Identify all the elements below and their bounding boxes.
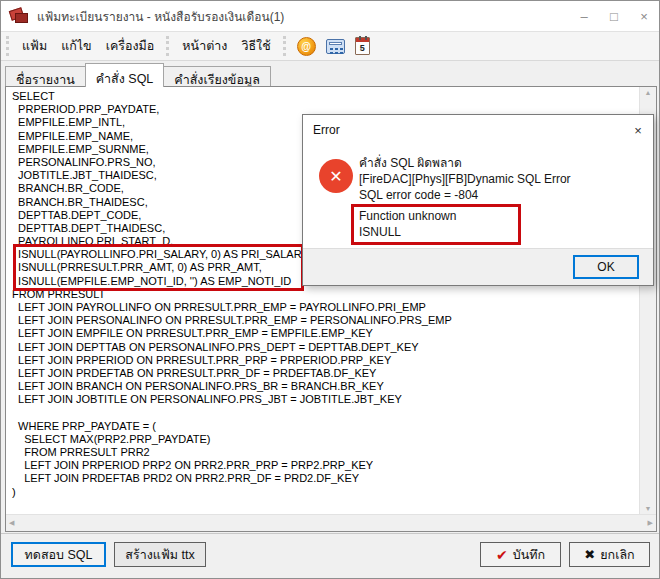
error-dialog-title: Error <box>313 123 340 137</box>
sql-line: FROM PRRESULT <box>12 288 639 301</box>
dialog-close-icon[interactable]: × <box>623 115 653 145</box>
test-sql-button[interactable]: ทดสอบ SQL <box>11 542 106 567</box>
cancel-button-label: ยกเลิก <box>600 545 634 565</box>
check-icon: ✔ <box>496 547 508 563</box>
toolbar-grip <box>6 36 9 56</box>
sql-line: LEFT JOIN BRANCH ON PERSONALINFO.PRS_BR … <box>12 380 639 393</box>
sql-line: LEFT JOIN EMPFILE ON PRRESULT.PRR_EMP = … <box>12 327 639 340</box>
toolbar-grip <box>166 36 169 56</box>
create-ttx-button[interactable]: สร้างแฟ้ม ttx <box>114 542 206 567</box>
save-button-label: บันทึก <box>513 545 545 565</box>
tab-sql-command[interactable]: คำสั่ง SQL <box>85 63 165 87</box>
menu-bar: แฟ้ม แก้ไข เครื่องมือ หน้าต่าง วิธีใช้ @… <box>1 31 659 61</box>
tab-bar: ชื่อรายงาน คำสั่ง SQL คำสั่งเรียงข้อมูล <box>5 63 270 87</box>
error-message: คำสั่ง SQL ผิดพลาด [FireDAC][Phys][FB]Dy… <box>359 155 571 245</box>
ok-button[interactable]: OK <box>573 255 639 279</box>
error-dialog-footer: OK <box>303 248 653 285</box>
cancel-button[interactable]: ✖ ยกเลิก <box>569 542 650 567</box>
sql-line: LEFT JOIN PAYROLLINFO ON PRRESULT.PRR_EM… <box>12 301 639 314</box>
sql-line: LEFT JOIN PRPERIOD ON PRRESULT.PRR_PRP =… <box>12 354 639 367</box>
error-message-line: ISNULL <box>359 224 518 240</box>
toolbar-grip <box>283 36 286 56</box>
error-message-line: [FireDAC][Phys][FB]Dynamic SQL Error <box>359 171 571 187</box>
sql-line: SELECT MAX(PRP2.PRP_PAYDATE) <box>12 433 639 446</box>
menu-help[interactable]: วิธีใช้ <box>234 32 277 60</box>
menu-edit[interactable]: แก้ไข <box>54 32 98 60</box>
calendar-icon[interactable]: 5 <box>355 37 370 55</box>
error-dialog-title-bar: Error × <box>303 115 653 145</box>
report-register-window: แฟ้มทะเบียนรายงาน - หนังสือรับรองเงินเดื… <box>0 0 660 579</box>
sql-line: FROM PRRESULT PRR2 <box>12 446 639 459</box>
sql-line: LEFT JOIN PRPERIOD PRP2 ON PRR2.PRR_PRP … <box>12 459 639 472</box>
scroll-down-icon[interactable]: ▼ <box>645 505 652 512</box>
sql-line: LEFT JOIN PRDEFTAB PRD2 ON PRR2.PRR_DF =… <box>12 472 639 485</box>
menu-file[interactable]: แฟ้ม <box>15 32 54 60</box>
scroll-up-icon[interactable]: ▲ <box>645 89 652 96</box>
window-title: แฟ้มทะเบียนรายงาน - หนังสือรับรองเงินเดื… <box>37 7 284 26</box>
horizontal-scrollbar[interactable]: ◀ ▶ <box>6 514 656 531</box>
sql-line: LEFT JOIN PRDEFTAB ON PRRESULT.PRR_DF = … <box>12 367 639 380</box>
menu-window[interactable]: หน้าต่าง <box>175 32 234 60</box>
dialog-error-annotation: Function unknown ISNULL <box>351 204 521 245</box>
sql-line: LEFT JOIN DEPTTAB ON PERSONALINFO.PRS_DE… <box>12 341 639 354</box>
close-icon[interactable]: × <box>629 1 659 31</box>
scroll-right-icon[interactable]: ▶ <box>648 519 653 527</box>
save-button[interactable]: ✔ บันทึก <box>480 542 561 567</box>
error-icon: ✕ <box>319 159 353 193</box>
title-bar: แฟ้มทะเบียนรายงาน - หนังสือรับรองเงินเดื… <box>1 1 659 31</box>
maximize-icon[interactable]: □ <box>599 1 629 31</box>
error-message-line: คำสั่ง SQL ผิดพลาด <box>359 155 571 171</box>
error-dialog: Error × ✕ คำสั่ง SQL ผิดพลาด [FireDAC][P… <box>302 114 654 286</box>
menu-tools[interactable]: เครื่องมือ <box>99 32 162 60</box>
tab-report-name[interactable]: ชื่อรายงาน <box>5 66 86 87</box>
sql-line <box>12 407 639 420</box>
x-icon: ✖ <box>584 547 595 562</box>
sql-line: LEFT JOIN PERSONALINFO ON PRRESULT.PRR_E… <box>12 314 639 327</box>
scroll-left-icon[interactable]: ◀ <box>9 519 14 527</box>
minimize-icon[interactable]: – <box>569 1 599 31</box>
sql-line: WHERE PRP_PAYDATE = ( <box>12 420 639 433</box>
error-message-line: Function unknown <box>359 208 518 224</box>
sql-line: LEFT JOIN JOBTITLE ON PERSONALINFO.PRS_J… <box>12 393 639 406</box>
error-message-line: SQL error code = -804 <box>359 187 571 203</box>
sql-line: SELECT <box>12 90 639 103</box>
coin-icon[interactable]: @ <box>297 37 316 56</box>
sql-line: ) <box>12 486 639 499</box>
tab-sort-order[interactable]: คำสั่งเรียงข้อมูล <box>163 66 270 87</box>
calculator-icon[interactable] <box>326 39 345 54</box>
app-icon <box>9 7 31 25</box>
